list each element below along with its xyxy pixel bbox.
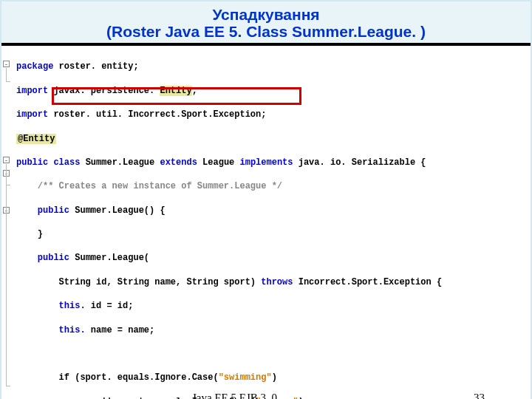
code-line: this. id = id; xyxy=(16,300,529,312)
code-line: /** Creates a new instance of Summer.Lea… xyxy=(16,180,529,192)
slide-title: Успадкування (Roster Java EE 5. Class Su… xyxy=(9,6,523,40)
code-line: public class Summer.League extends Leagu… xyxy=(16,157,529,168)
footer-text: Java EE 5 EJB 3. 0 xyxy=(192,392,277,399)
title-line2: (Roster Java EE 5. Class Summer.League. … xyxy=(106,23,426,40)
page-number: 33 xyxy=(474,392,485,399)
code-line: String id, String name, String sport) th… xyxy=(16,276,529,288)
code-line: public Summer.League() { xyxy=(16,205,529,216)
code-line: this. name = name; xyxy=(16,324,529,336)
code-line: import javax. persistence. Entity; xyxy=(16,85,529,97)
code-line: public Summer.League( xyxy=(16,252,529,264)
slide-header: Успадкування (Roster Java EE 5. Class Su… xyxy=(1,1,531,46)
code-line: @Entity xyxy=(16,133,529,145)
code-line: import roster. util. Incorrect.Sport.Exc… xyxy=(16,109,529,120)
code-line: if (sport. equals.Ignore.Case("swimming"… xyxy=(16,372,529,383)
code-line xyxy=(16,348,529,360)
fold-gutter: - - - - xyxy=(3,49,13,389)
code-line: } xyxy=(16,228,529,240)
title-line1: Успадкування xyxy=(212,6,319,23)
code-area: - - - - package roster. entity; import j… xyxy=(1,46,531,399)
code-line: package roster. entity; xyxy=(16,61,529,72)
code-content: package roster. entity; import javax. pe… xyxy=(16,49,529,399)
fold-icon[interactable]: - xyxy=(3,157,10,163)
fold-icon[interactable]: - xyxy=(3,61,10,67)
